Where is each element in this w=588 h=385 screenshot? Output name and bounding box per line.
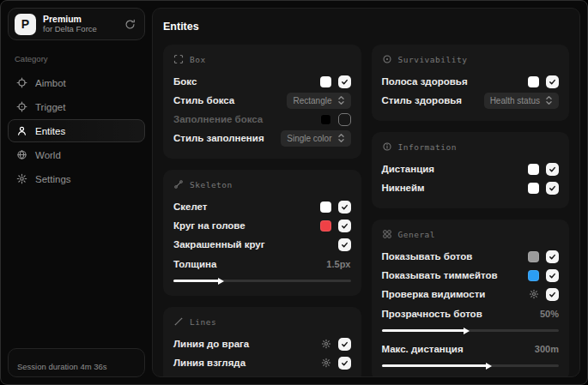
cards-column-left: BoxБоксСтиль боксаRectangleЗаполнение бо… [163,45,361,377]
slider-track[interactable] [382,364,560,367]
app-window: P Premium for Delta Force Category Aimbo… [0,0,588,385]
slider-head: Толщина1.5px [173,256,351,273]
slider-value: 50% [540,309,559,319]
world-icon [16,149,27,160]
card-box: BoxБоксСтиль боксаRectangleЗаполнение бо… [163,45,361,159]
slider-thumb[interactable] [218,278,224,285]
row-label: Полоса здоровья [382,76,468,87]
sidebar-item-world[interactable]: World [8,143,145,166]
checkbox[interactable] [338,238,351,251]
row-label: Закрашенный круг [173,239,265,250]
slider-fill [173,280,220,282]
card-header: Lines [173,316,351,327]
color-swatch[interactable] [320,202,331,213]
card-skeleton: SkeletonСкелетКруг на головеЗакрашенный … [163,170,361,296]
app-title: Premium [43,14,97,24]
settings-row: Заполнение бокса [173,110,351,129]
sidebar-item-label: Aimbot [35,78,66,88]
settings-row: Линия до врага [173,334,351,353]
row-label: Стиль заполнения [173,133,264,143]
settings-row: Проверка видимости [382,285,560,304]
checkbox[interactable] [546,288,559,301]
checkbox[interactable] [546,182,559,195]
row-controls [528,75,559,88]
checkbox[interactable] [338,220,351,232]
checkbox[interactable] [546,250,559,263]
slider-label: Толщина [173,259,216,269]
row-label: Показывать тиммейтов [382,270,498,280]
slider-label: Макс. дистанция [382,344,464,354]
checkbox[interactable] [338,201,351,214]
card-information: InformationДистанцияНикнейм [372,132,570,208]
card-header: Skeleton [173,179,351,189]
sidebar-item-settings[interactable]: Settings [8,167,145,190]
row-controls [320,220,351,232]
checkbox[interactable] [546,163,559,176]
sidebar: P Premium for Delta Force Category Aimbo… [1,1,152,384]
row-controls [321,338,351,351]
slider-thumb[interactable] [464,328,470,334]
color-swatch[interactable] [320,220,331,232]
slider-track[interactable] [382,329,560,332]
checkbox[interactable] [338,338,351,351]
card-header: Information [382,141,560,152]
survivability-icon [382,54,392,64]
gear-mini-icon[interactable] [321,339,331,349]
settings-row: Показывать тиммейтов [382,266,560,285]
color-swatch[interactable] [528,76,539,87]
sidebar-item-trigget[interactable]: Trigget [8,95,145,118]
gear-mini-icon[interactable] [321,358,331,368]
refresh-icon[interactable] [124,19,136,30]
sidebar-item-aimbot[interactable]: Aimbot [8,71,145,94]
sidebar-item-entites[interactable]: Entites [8,119,145,142]
slider-value: 300m [535,344,559,354]
checkbox[interactable] [546,269,559,282]
checkbox[interactable] [338,357,351,370]
color-swatch[interactable] [320,76,331,87]
slider-head: Макс. дистанция300m [382,340,560,358]
checkbox[interactable] [546,75,559,88]
color-swatch[interactable] [528,270,539,281]
slider-label: Прозрачность ботов [382,309,482,319]
dropdown-select[interactable]: Health status [484,93,559,109]
row-controls [528,250,559,263]
sidebar-item-label: World [35,150,61,160]
row-label: Скелет [173,202,208,212]
color-swatch[interactable] [528,164,539,175]
dropdown-select[interactable]: Single color [281,130,350,147]
row-controls [321,357,351,370]
logo-box: P Premium for Delta Force [8,8,145,40]
row-controls: Single color [281,130,350,147]
card-general: GeneralПоказывать ботовПоказывать тиммей… [372,220,570,377]
settings-row: Стиль здоровьяHealth status [382,91,560,110]
settings-row: Скелет [173,197,351,216]
checkbox[interactable] [338,75,351,88]
card-title: Skeleton [190,180,233,189]
slider-track[interactable] [173,280,351,282]
card-header: General [382,229,560,239]
checkbox[interactable] [338,113,351,126]
settings-row: Круг на голове [173,216,351,235]
dropdown-value: Single color [287,134,331,143]
sidebar-nav: AimbotTriggetEntitesWorldSettings [8,71,145,190]
color-swatch[interactable] [528,251,539,262]
row-label: Показывать ботов [382,251,473,262]
card-header: Survivability [382,54,560,64]
row-controls [320,201,351,214]
settings-row: Показывать ботов [382,247,560,266]
card-survivability: SurvivabilityПолоса здоровьяСтиль здоров… [372,45,570,121]
color-swatch[interactable] [320,114,331,125]
app-subtitle: for Delta Force [43,25,97,34]
row-label: Стиль бокса [173,95,234,105]
slider-fill [382,329,465,332]
dropdown-value: Health status [490,96,540,105]
gear-mini-icon[interactable] [529,289,539,299]
card-lines: LinesЛиния до врагаЛиния взгляда [163,307,361,377]
card-title: Survivability [398,55,468,64]
cards-column-right: SurvivabilityПолоса здоровьяСтиль здоров… [372,45,570,377]
row-label: Линия взгляда [173,358,246,368]
color-swatch[interactable] [528,183,539,194]
cards-columns: BoxБоксСтиль боксаRectangleЗаполнение бо… [163,45,569,377]
slider-thumb[interactable] [486,363,492,370]
dropdown-select[interactable]: Rectangle [287,93,350,109]
